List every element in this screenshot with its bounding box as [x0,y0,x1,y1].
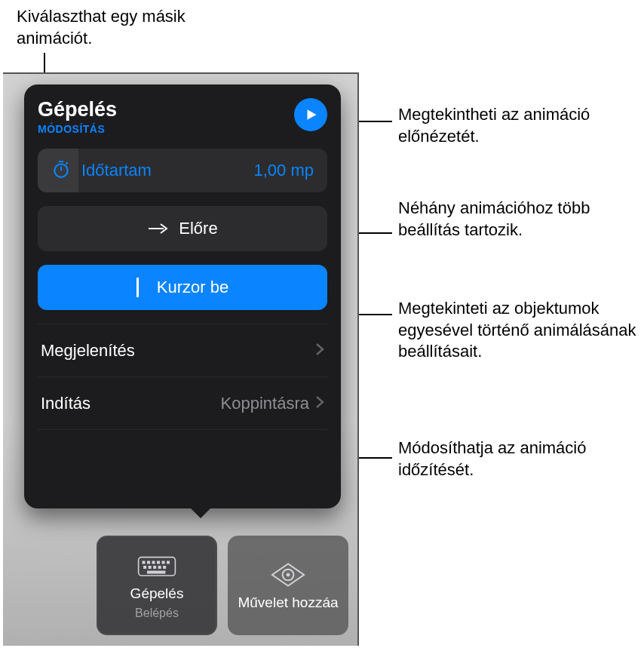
start-row[interactable]: Indítás Koppintásra [38,376,327,429]
svg-point-19 [287,573,290,577]
duration-value: 1,00 mp [254,161,314,180]
tile-add-action-label: Művelet hozzáa [238,594,338,611]
stopwatch-icon [51,159,71,182]
tile-typing[interactable]: Gépelés Belépés [97,536,217,635]
arrow-right-icon [147,221,168,236]
delivery-label: Megjelenítés [41,341,135,361]
tile-add-action[interactable]: Művelet hozzáa [228,536,348,635]
svg-rect-8 [152,561,155,564]
cursor-toggle-label: Kurzor be [157,278,228,297]
chevron-right-icon [315,394,324,413]
duration-slider[interactable]: Időtartam 1,00 mp [38,149,327,192]
direction-label: Előre [179,219,217,238]
callout-preview: Megtekintheti az animáció előnézetét. [398,104,632,147]
keyboard-icon [137,551,176,581]
animation-name-title: Gépelés [38,98,117,121]
callout-delivery-settings: Megtekinteti az objektumok egyesével tör… [398,298,639,363]
svg-rect-15 [158,566,161,569]
delivery-row[interactable]: Megjelenítés [38,324,327,376]
tile-typing-sublabel: Belépés [135,607,179,620]
preview-play-button[interactable] [294,98,327,131]
panel-header: Gépelés MÓDOSÍTÁS [38,98,327,135]
svg-rect-10 [162,561,165,564]
animation-tiles: Gépelés Belépés Művelet hozzáa [97,536,348,635]
svg-rect-9 [157,561,160,564]
svg-rect-13 [149,566,152,569]
text-cursor-icon [136,278,139,297]
tile-typing-label: Gépelés [130,585,184,602]
svg-rect-17 [147,571,165,574]
start-label: Indítás [41,394,90,413]
direction-button[interactable]: Előre [38,206,327,251]
svg-rect-14 [153,566,156,569]
duration-label: Időtartam [81,161,254,180]
svg-rect-12 [143,566,146,569]
panel-title-block: Gépelés MÓDOSÍTÁS [38,98,117,135]
callout-change-animation: Kiválaszthat egy másik animációt. [17,6,213,49]
chevron-right-icon [315,341,324,361]
svg-rect-6 [143,561,146,564]
action-target-icon [268,560,308,590]
svg-rect-7 [147,561,150,564]
svg-line-3 [66,162,68,164]
next-row-peek [38,429,327,450]
svg-rect-16 [163,566,166,569]
svg-rect-11 [167,561,170,564]
play-icon [304,107,317,122]
device-frame: Gépelés MÓDOSÍTÁS Időtartam 1,00 mp [3,72,359,646]
callout-timing: Módosíthatja az animáció időzítését. [398,438,639,481]
callout-more-settings: Néhány animációhoz több beállítás tartoz… [398,198,632,241]
start-value: Koppintásra [221,394,309,413]
cursor-toggle-button[interactable]: Kurzor be [38,265,327,310]
animation-settings-popover: Gépelés MÓDOSÍTÁS Időtartam 1,00 mp [24,84,341,508]
modify-link[interactable]: MÓDOSÍTÁS [38,123,117,135]
